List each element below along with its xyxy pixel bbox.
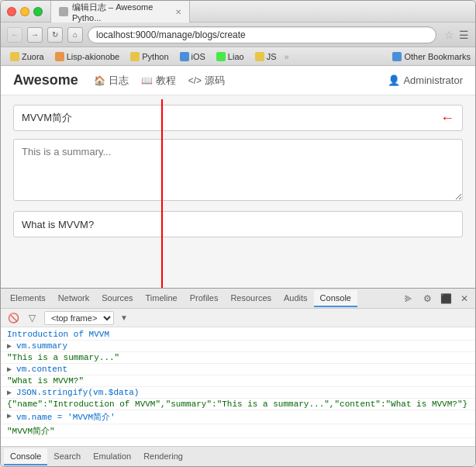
content-area: MVVM简介 ← What is MVVM? <box>1 95 475 288</box>
app-brand[interactable]: Awesome <box>13 72 78 88</box>
tab-audits[interactable]: Audits <box>278 290 314 307</box>
console-line: "MVVM简介" <box>1 424 475 438</box>
forward-button[interactable]: → <box>27 27 43 43</box>
bookmark-icon <box>130 52 140 61</box>
bottom-tab-console-label: Console <box>10 451 41 461</box>
bottom-tab-search[interactable]: Search <box>47 448 87 465</box>
bookmarks-bar: Zuora Lisp-akionobe Python iOS Liao JS »… <box>1 47 475 66</box>
console-text: "This is a summary..." <box>7 353 119 362</box>
devtools-tabs-bar: Elements Network Sources Timeline Profil… <box>1 289 475 309</box>
bottom-tab-console[interactable]: Console <box>4 448 47 465</box>
filter-icon[interactable]: ▽ <box>26 312 38 324</box>
tab-timeline[interactable]: Timeline <box>140 290 184 307</box>
close-button[interactable] <box>7 7 16 16</box>
tab-network[interactable]: Network <box>52 290 95 307</box>
bookmark-zuora[interactable]: Zuora <box>5 50 49 63</box>
tab-elements[interactable]: Elements <box>4 290 52 307</box>
nav-link-tutorial-label: 教程 <box>156 74 176 88</box>
bookmark-label: Liao <box>228 52 244 61</box>
traffic-lights <box>7 7 43 16</box>
devtools-settings-icon[interactable]: ⚙ <box>419 291 435 306</box>
bookmark-icon <box>216 52 226 61</box>
tab-timeline-label: Timeline <box>146 293 178 303</box>
frame-selector[interactable]: <top frame> <box>44 311 114 325</box>
bookmark-icon <box>255 52 264 61</box>
expand-arrow-icon: ▶ <box>7 365 12 374</box>
console-text: {"name":"Introduction of MVVM","summary"… <box>7 400 467 409</box>
bottom-tab-rendering[interactable]: Rendering <box>137 448 189 465</box>
devtools-panel: Elements Network Sources Timeline Profil… <box>1 288 475 466</box>
tab-sources[interactable]: Sources <box>95 290 139 307</box>
console-text: "What is MVVM?" <box>7 376 84 386</box>
title-input-wrapper: MVVM简介 ← <box>13 105 463 131</box>
bookmark-star-icon[interactable]: ☆ <box>444 29 454 41</box>
nav-link-diary[interactable]: 🏠 日志 <box>94 74 129 88</box>
clear-console-icon[interactable]: 🚫 <box>7 312 19 324</box>
app-nav: Awesome 🏠 日志 📖 教程 </> 源码 👤 Administrator <box>1 66 475 95</box>
devtools-dock-icon[interactable]: ⬛ <box>438 291 454 306</box>
console-text: Introduction of MVVM <box>7 330 109 339</box>
app-user[interactable]: 👤 Administrator <box>388 74 463 86</box>
tab-close-icon[interactable]: ✕ <box>175 8 181 16</box>
bookmark-label: Python <box>142 52 168 61</box>
other-bookmarks-label: Other Bookmarks <box>404 52 471 61</box>
console-text: JSON.stringify(vm.$data) <box>16 388 139 397</box>
devtools-close-icon[interactable]: ✕ <box>457 291 472 306</box>
bookmark-lisp[interactable]: Lisp-akionobe <box>50 50 125 63</box>
dropdown-arrow-icon: ▼ <box>120 313 128 322</box>
tab-audits-label: Audits <box>284 293 308 303</box>
maximize-button[interactable] <box>33 7 43 16</box>
title-value: MVVM简介 <box>22 111 72 125</box>
console-text: "MVVM简介" <box>7 425 55 437</box>
tab-profiles[interactable]: Profiles <box>184 290 225 307</box>
home-button[interactable]: ⌂ <box>67 27 83 43</box>
tab-title: 编辑日志 – Awesome Pytho... <box>72 2 168 22</box>
bookmark-js[interactable]: JS <box>250 50 281 63</box>
summary-textarea[interactable] <box>13 139 463 201</box>
console-line: Introduction of MVVM <box>1 329 475 341</box>
tab-console[interactable]: Console <box>314 290 357 307</box>
bookmark-ios[interactable]: iOS <box>175 50 210 63</box>
nav-link-tutorial[interactable]: 📖 教程 <box>141 74 176 88</box>
bookmark-label: Zuora <box>22 52 44 61</box>
tab-sources-label: Sources <box>102 293 133 303</box>
console-line[interactable]: ▶ vm.name = 'MVVM简介' <box>1 410 475 424</box>
user-icon: 👤 <box>388 74 400 86</box>
refresh-button[interactable]: ↻ <box>47 27 63 43</box>
back-button[interactable]: ← <box>7 27 22 43</box>
bookmark-label: Lisp-akionobe <box>67 52 120 61</box>
bottom-tab-search-label: Search <box>53 451 81 461</box>
devtools-actions: ⫸ ⚙ ⬛ ✕ <box>401 291 472 306</box>
console-text: vm.summary <box>16 341 67 351</box>
bookmark-python[interactable]: Python <box>126 50 173 63</box>
other-bookmarks[interactable]: Other Bookmarks <box>392 52 471 61</box>
home-nav-icon: 🏠 <box>94 75 105 86</box>
url-input[interactable]: localhost:9000/manage/blogs/create <box>88 26 436 43</box>
console-line[interactable]: ▶ vm.summary <box>1 341 475 352</box>
browser-menu-icon[interactable]: ☰ <box>459 29 469 41</box>
bookmark-liao[interactable]: Liao <box>212 50 249 63</box>
nav-link-source[interactable]: </> 源码 <box>188 74 225 88</box>
bookmark-icon <box>180 52 189 61</box>
devtools-console[interactable]: Introduction of MVVM ▶ vm.summary "This … <box>1 327 475 446</box>
bookmark-label: JS <box>267 52 277 61</box>
address-bar: ← → ↻ ⌂ localhost:9000/manage/blogs/crea… <box>1 22 475 47</box>
bookmark-label: iOS <box>191 52 205 61</box>
console-line[interactable]: ▶ JSON.stringify(vm.$data) <box>1 387 475 399</box>
browser-tab[interactable]: 编辑日志 – Awesome Pytho... ✕ <box>50 0 190 26</box>
minimize-button[interactable] <box>20 7 29 16</box>
code-nav-icon: </> <box>188 75 202 86</box>
devtools-execute-icon[interactable]: ⫸ <box>401 291 416 306</box>
console-text: vm.content <box>16 365 67 374</box>
content-input[interactable]: What is MVVM? <box>13 211 463 237</box>
tab-resources[interactable]: Resources <box>224 290 278 307</box>
expand-arrow-icon: ▶ <box>7 411 12 420</box>
title-input[interactable]: MVVM简介 ← <box>13 105 463 131</box>
tab-elements-label: Elements <box>10 293 46 303</box>
browser-window: 编辑日志 – Awesome Pytho... ✕ ← → ↻ ⌂ localh… <box>0 0 476 467</box>
nav-link-diary-label: 日志 <box>109 74 129 88</box>
bookmarks-more[interactable]: » <box>282 52 290 61</box>
bottom-tab-emulation[interactable]: Emulation <box>87 448 137 465</box>
console-line[interactable]: ▶ vm.content <box>1 364 475 375</box>
tab-resources-label: Resources <box>230 293 271 303</box>
